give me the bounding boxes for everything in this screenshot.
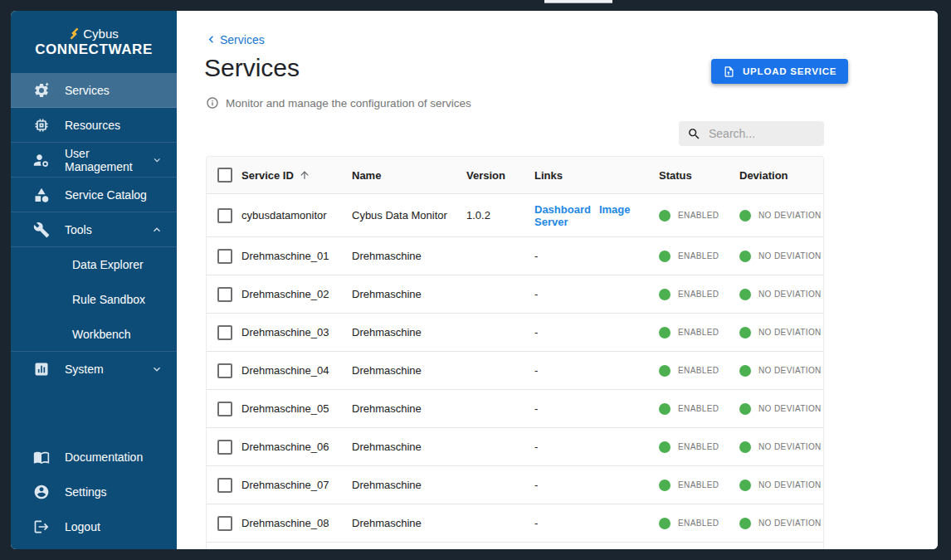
sidebar-item-label: Resources: [65, 119, 120, 132]
deviation-cell: NO DEVIATION: [739, 210, 823, 222]
sidebar-item-resources[interactable]: Resources: [11, 108, 177, 143]
chevron-down-icon[interactable]: [150, 363, 163, 376]
deviation-dot: [739, 403, 751, 415]
status-badge: ENABLED: [678, 211, 719, 220]
chip-icon: [33, 117, 50, 134]
row-checkbox[interactable]: [217, 440, 232, 455]
deviation-cell: NO DEVIATION: [739, 327, 823, 338]
column-header-service-id[interactable]: Service ID: [241, 169, 352, 182]
main-content: Services Services UPLOAD SERVICE Monitor…: [177, 11, 938, 549]
status-dot: [659, 327, 671, 338]
links-placeholder: -: [534, 364, 538, 377]
deviation-dot: [739, 441, 751, 453]
row-checkbox[interactable]: [217, 208, 232, 223]
status-badge: ENABLED: [678, 519, 719, 528]
column-header-label: Deviation: [739, 169, 788, 182]
shapes-icon: [33, 187, 50, 203]
services-gear-icon: [33, 82, 50, 99]
sidebar-item-service-catalog[interactable]: Service Catalog: [11, 178, 177, 212]
row-checkbox-cell: [207, 249, 241, 264]
status-badge: ENABLED: [678, 480, 719, 489]
search-input[interactable]: [709, 127, 816, 140]
sidebar-subitem-data-explorer[interactable]: Data Explorer: [11, 247, 177, 282]
column-header-status[interactable]: Status: [659, 169, 739, 182]
links-placeholder: -: [534, 517, 538, 529]
service-id-cell: Drehmaschine_07: [241, 479, 352, 491]
column-header-links[interactable]: Links: [534, 169, 659, 182]
row-checkbox[interactable]: [217, 249, 232, 264]
book-icon: [33, 449, 50, 465]
upload-service-button[interactable]: UPLOAD SERVICE: [711, 59, 848, 84]
status-badge: ENABLED: [678, 328, 719, 337]
sidebar-item-documentation[interactable]: Documentation: [11, 440, 177, 475]
service-id-cell: Drehmaschine_06: [241, 441, 352, 453]
info-icon: [206, 96, 219, 110]
row-checkbox[interactable]: [217, 478, 232, 493]
service-name-cell: Drehmaschine: [352, 364, 466, 377]
sidebar-subitem-rule-sandbox[interactable]: Rule Sandbox: [11, 282, 177, 317]
sidebar-item-tools[interactable]: Tools: [11, 212, 177, 247]
row-checkbox[interactable]: [217, 325, 232, 340]
sidebar-item-user-management[interactable]: User Management: [11, 143, 177, 178]
select-all-checkbox[interactable]: [217, 168, 232, 183]
sidebar-item-label: Service Catalog: [65, 188, 147, 202]
deviation-badge: NO DEVIATION: [758, 290, 822, 299]
row-checkbox[interactable]: [217, 402, 232, 416]
column-header-deviation[interactable]: Deviation: [739, 169, 823, 182]
column-header-name[interactable]: Name: [352, 169, 466, 182]
upload-file-icon: [723, 66, 735, 78]
deviation-badge: NO DEVIATION: [758, 442, 822, 451]
status-cell: ENABLED: [659, 210, 739, 222]
status-cell: ENABLED: [659, 441, 739, 453]
sidebar-item-logout[interactable]: Logout: [11, 509, 177, 544]
deviation-dot: [739, 210, 751, 222]
row-checkbox[interactable]: [217, 516, 232, 531]
sidebar-item-system[interactable]: System: [11, 352, 177, 387]
service-id-cell: Drehmaschine_02: [241, 288, 352, 300]
tools-icon: [33, 222, 50, 238]
service-id-cell: Drehmaschine_05: [241, 402, 352, 415]
sidebar-item-label: Services: [65, 84, 110, 97]
breadcrumb[interactable]: Services: [204, 32, 265, 46]
table-row: Drehmaschine_08Drehmaschine-ENABLEDNO DE…: [207, 504, 823, 542]
search-box[interactable]: [679, 121, 824, 146]
service-link[interactable]: Dashboard: [534, 203, 591, 216]
row-checkbox[interactable]: [217, 287, 232, 302]
status-badge: ENABLED: [678, 251, 719, 261]
service-name-cell: Drehmaschine: [352, 250, 466, 262]
deviation-badge: NO DEVIATION: [758, 366, 822, 375]
sidebar-item-services[interactable]: Services: [11, 73, 177, 108]
service-name-cell: Drehmaschine: [352, 479, 466, 491]
column-header-version[interactable]: Version: [466, 169, 534, 182]
column-header-label: Version: [466, 169, 505, 182]
status-cell: ENABLED: [659, 327, 739, 338]
links-placeholder: -: [534, 326, 538, 338]
deviation-badge: NO DEVIATION: [758, 328, 822, 337]
table-row: Drehmaschine_05Drehmaschine-ENABLEDNO DE…: [207, 389, 823, 427]
row-checkbox-cell: [207, 478, 241, 493]
status-cell: ENABLED: [659, 403, 739, 415]
logo: Cybus CONNECTWARE: [11, 11, 177, 73]
links-placeholder: -: [534, 402, 538, 415]
status-cell: ENABLED: [659, 518, 739, 529]
sidebar-item-settings[interactable]: Settings: [11, 475, 177, 509]
breadcrumb-label: Services: [220, 33, 265, 46]
status-badge: ENABLED: [678, 442, 719, 451]
chevron-up-icon[interactable]: [150, 223, 163, 236]
table-row: Drehmaschine_06Drehmaschine-ENABLEDNO DE…: [207, 427, 823, 465]
background-window-edge: [544, 0, 612, 3]
table-row: Drehmaschine_02Drehmaschine-ENABLEDNO DE…: [207, 275, 823, 313]
status-dot: [659, 210, 671, 222]
deviation-cell: NO DEVIATION: [739, 289, 823, 300]
row-checkbox[interactable]: [217, 363, 232, 378]
service-name-cell: Cybus Data Monitor: [352, 209, 466, 222]
brand-name: Cybus: [83, 27, 119, 41]
services-table: Service IDNameVersionLinksStatusDeviatio…: [206, 156, 824, 549]
row-checkbox-cell: [207, 287, 241, 302]
table-row: Drehmaschine_03Drehmaschine-ENABLEDNO DE…: [207, 313, 823, 351]
chevron-down-icon[interactable]: [151, 153, 163, 167]
deviation-badge: NO DEVIATION: [758, 211, 822, 220]
table-header-row: Service IDNameVersionLinksStatusDeviatio…: [207, 157, 823, 193]
sort-asc-icon[interactable]: [299, 169, 310, 181]
sidebar-subitem-workbench[interactable]: Workbench: [11, 317, 177, 352]
